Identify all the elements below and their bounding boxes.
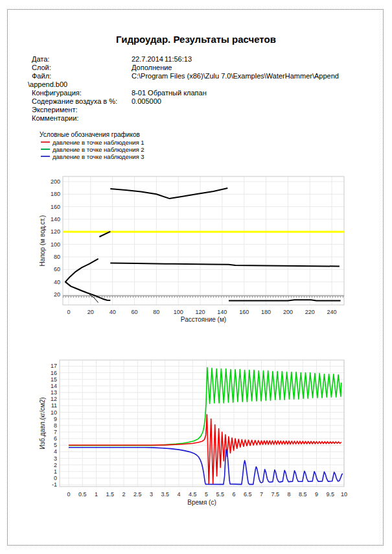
y-tick-label: -1: [52, 481, 57, 488]
x-tick-label: 80: [153, 309, 159, 315]
x-tick-label: 0: [67, 491, 70, 498]
y-tick-label: 14: [51, 383, 57, 389]
y-tick-label: 0: [54, 475, 57, 481]
meta-label: Конфигурация:: [32, 89, 132, 97]
plot-area: [63, 176, 344, 305]
meta-value-date: 22.7.2014: [132, 55, 165, 64]
meta-file-wrap: \append.b00: [28, 80, 339, 89]
y-tick-label: 4: [54, 448, 57, 455]
legend-color-swatch: [41, 149, 50, 150]
legend-item: давление в точке наблюдения 1: [40, 139, 144, 146]
meta-row: Файл:C:\Program Files (x86)\Zulu 7.0\Exa…: [32, 72, 339, 80]
y-tick-label: 11: [51, 402, 57, 409]
x-tick-label: 6: [232, 491, 235, 498]
x-tick-label: 6.5: [244, 491, 252, 498]
x-tick-label: 0: [67, 309, 70, 315]
x-tick-label: 0.5: [78, 491, 87, 498]
meta-label: Дата:: [32, 55, 132, 64]
y-tick-label: 60: [54, 266, 60, 272]
meta-row: Слой:Дополнение: [32, 64, 339, 72]
meta-row: Комментарии:: [32, 114, 339, 123]
x-tick-label: 220: [305, 309, 315, 315]
x-tick-label: 140: [217, 309, 227, 315]
y-tick-label: 10: [51, 409, 57, 416]
meta-value-time: 11:56:13: [165, 55, 192, 63]
meta-value: 22.7.201411:56:13: [132, 55, 192, 64]
y-tick-label: 2: [54, 462, 57, 468]
x-tick-label: 2.5: [133, 491, 142, 498]
chart-legend: Условные обозначения графиков давление в…: [40, 131, 144, 160]
x-tick-label: 160: [239, 309, 249, 315]
y-tick-label: 100: [51, 241, 60, 248]
y-tick-label: 9: [54, 416, 57, 422]
legend-color-swatch: [41, 141, 50, 143]
legend-item: давление в точке наблюдения 2: [40, 146, 144, 153]
x-tick-label: 3: [150, 491, 153, 498]
y-tick-label: 16: [51, 370, 57, 376]
page-title: Гидроудар. Результаты расчетов: [0, 34, 392, 45]
meta-row: Эксперимент:: [32, 106, 339, 114]
meta-label: Комментарии:: [32, 114, 132, 123]
y-tick-label: 15: [51, 376, 57, 383]
y-tick-label: 180: [51, 191, 60, 197]
x-tick-label: 7: [260, 491, 263, 498]
meta-label: Эксперимент:: [32, 106, 132, 114]
y-axis-title: Изб.давл.(кг/см2): [39, 397, 46, 449]
x-tick-label: 7.5: [271, 491, 279, 498]
x-tick-label: 100: [174, 309, 183, 315]
head-vs-distance-chart: 0204060801001201401601802002202402040608…: [36, 173, 369, 323]
meta-label: Файл:: [32, 72, 132, 80]
legend-item-label: давление в точке наблюдения 2: [52, 146, 144, 153]
x-tick-label: 10: [341, 491, 347, 498]
x-tick-label: 3.5: [161, 491, 169, 498]
x-tick-label: 60: [132, 309, 138, 315]
x-tick-label: 1.5: [106, 491, 114, 498]
x-tick-label: 20: [87, 309, 94, 315]
x-tick-label: 120: [196, 309, 205, 315]
report-page: Гидроудар. Результаты расчетов Дата:22.7…: [0, 0, 392, 554]
y-tick-label: 13: [51, 389, 57, 396]
pressure-vs-time-chart: 00.511.522.533.544.555.566.577.588.599.5…: [36, 355, 369, 511]
y-axis-title: Напор (м вод.ст.): [39, 215, 46, 267]
meta-value: 8-01 Обратный клапан: [132, 89, 207, 97]
x-tick-label: 5.5: [216, 491, 224, 498]
metadata-block: Дата:22.7.201411:56:13Слой:ДополнениеФай…: [32, 55, 339, 123]
x-tick-label: 240: [327, 309, 337, 315]
y-tick-label: 12: [51, 396, 57, 402]
x-axis-title: Время (с): [187, 499, 216, 506]
meta-label: Содержание воздуха в %:: [32, 97, 132, 106]
meta-row: Дата:22.7.201411:56:13: [32, 55, 339, 64]
x-tick-label: 2: [122, 491, 125, 498]
legend-title: Условные обозначения графиков: [40, 131, 144, 138]
y-tick-label: 140: [51, 216, 60, 223]
meta-label: Слой:: [32, 64, 132, 72]
y-tick-label: 40: [54, 279, 60, 285]
y-tick-label: 5: [54, 442, 57, 448]
x-tick-label: 4: [177, 491, 180, 498]
x-tick-label: 40: [110, 309, 116, 315]
x-tick-label: 8.5: [299, 491, 307, 498]
y-tick-label: 8: [54, 422, 57, 429]
y-tick-label: 200: [51, 178, 60, 185]
x-tick-label: 200: [283, 309, 293, 315]
y-tick-label: 120: [51, 228, 60, 235]
meta-value: Дополнение: [132, 64, 172, 72]
y-tick-label: 160: [51, 204, 60, 210]
meta-value: C:\Program Files (x86)\Zulu 7.0\Examples…: [132, 72, 339, 80]
x-tick-label: 9.5: [326, 491, 334, 498]
x-tick-label: 5: [205, 491, 208, 498]
y-tick-label: 3: [54, 455, 57, 462]
x-tick-label: 1: [95, 491, 98, 498]
meta-row: Содержание воздуха в %:0.005000: [32, 97, 339, 106]
y-tick-label: 17: [51, 363, 57, 369]
x-axis-title: Расстояние (м): [181, 316, 226, 323]
x-tick-label: 9: [315, 491, 318, 498]
meta-value: 0.005000: [132, 97, 161, 106]
meta-row: Конфигурация:8-01 Обратный клапан: [32, 89, 339, 97]
legend-item-label: давление в точке наблюдения 3: [52, 153, 144, 160]
x-tick-label: 8: [287, 491, 290, 498]
x-tick-label: 4.5: [189, 491, 197, 498]
y-tick-label: 1: [54, 468, 57, 475]
y-tick-label: 20: [54, 291, 60, 298]
y-tick-label: 80: [54, 254, 60, 260]
